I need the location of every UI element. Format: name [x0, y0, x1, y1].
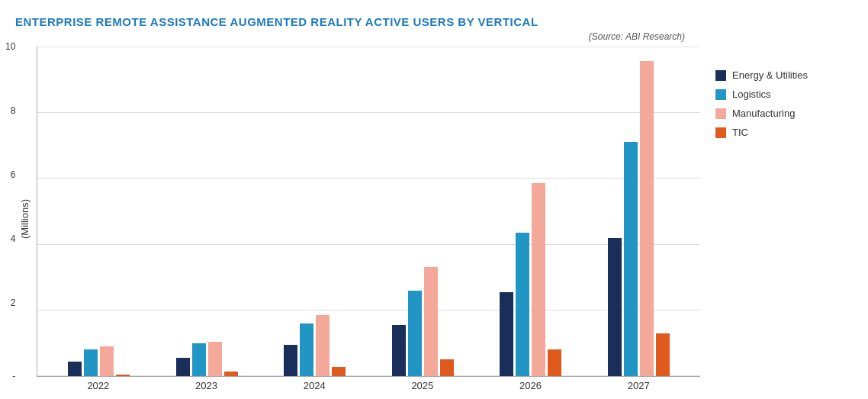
energy-bar [176, 358, 190, 376]
x-axis-label: 2024 [260, 380, 368, 391]
y-tick-label: 4 [11, 234, 16, 243]
x-axis-label: 2026 [477, 380, 585, 391]
logistics-bar [192, 343, 206, 376]
legend-label-manufacturing: Manufacturing [732, 108, 795, 119]
manufacturing-bar [424, 267, 438, 376]
chart-area: 108642- 202220232024202520262027 Energy … [37, 47, 853, 391]
energy-bar [284, 345, 297, 376]
legend-color-tic [715, 127, 726, 138]
y-axis-label: (Millions) [15, 47, 34, 391]
legend: Energy & UtilitiesLogisticsManufacturing… [700, 47, 853, 391]
chart-body: (Millions) 108642- 202220232024202520262… [15, 47, 853, 391]
manufacturing-bar [316, 315, 330, 376]
tic-bar [116, 375, 130, 376]
manufacturing-bar [208, 342, 222, 376]
x-axis-label: 2023 [153, 380, 261, 391]
manufacturing-bar [100, 346, 114, 376]
year-group [261, 47, 369, 376]
tic-bar [224, 372, 238, 376]
legend-label-logistics: Logistics [732, 88, 771, 100]
legend-item-energy: Energy & Utilities [715, 69, 853, 81]
x-axis-labels: 202220232024202520262027 [37, 380, 700, 391]
y-tick-label: - [12, 372, 15, 381]
manufacturing-bar [532, 183, 545, 376]
chart-title: ENTERPRISE REMOTE ASSISTANCE AUGMENTED R… [15, 15, 853, 28]
legend-label-energy: Energy & Utilities [732, 69, 808, 81]
x-axis-label: 2025 [368, 380, 477, 391]
logistics-bar [300, 323, 313, 376]
year-group [45, 47, 153, 376]
tic-bar [440, 359, 454, 376]
y-tick-label: 2 [11, 298, 16, 307]
tic-bar [548, 349, 561, 376]
logistics-bar [516, 233, 529, 376]
chart-container: ENTERPRISE REMOTE ASSISTANCE AUGMENTED R… [0, 0, 868, 399]
y-tick-labels: 108642- [5, 47, 15, 376]
legend-item-logistics: Logistics [715, 88, 853, 100]
y-tick-label: 8 [11, 106, 16, 115]
logistics-bar [84, 349, 98, 376]
legend-color-logistics [715, 89, 726, 100]
legend-item-tic: TIC [715, 127, 853, 138]
tic-bar [332, 367, 346, 376]
plot-area: 108642- 202220232024202520262027 [37, 47, 700, 391]
year-group [153, 47, 262, 376]
x-axis-label: 2022 [44, 380, 153, 391]
energy-bar [608, 238, 622, 376]
source-text: (Source: ABI Research) [15, 31, 685, 42]
x-axis-label: 2027 [584, 380, 693, 391]
year-group [369, 47, 477, 376]
energy-bar [392, 325, 406, 376]
year-group [585, 47, 693, 376]
bars-container [37, 47, 700, 376]
tic-bar [656, 333, 670, 376]
y-tick-label: 10 [5, 42, 15, 51]
grid-and-bars: 108642- [37, 47, 700, 377]
energy-bar [68, 362, 82, 376]
year-group [477, 47, 585, 376]
logistics-bar [408, 291, 422, 376]
plot-and-legend: 108642- 202220232024202520262027 Energy … [37, 47, 853, 391]
legend-color-energy [715, 70, 726, 81]
logistics-bar [624, 142, 638, 376]
y-tick-label: 6 [11, 170, 16, 179]
legend-label-tic: TIC [732, 127, 748, 138]
manufacturing-bar [640, 61, 654, 376]
legend-color-manufacturing [715, 108, 726, 119]
legend-item-manufacturing: Manufacturing [715, 108, 853, 119]
energy-bar [500, 292, 513, 376]
